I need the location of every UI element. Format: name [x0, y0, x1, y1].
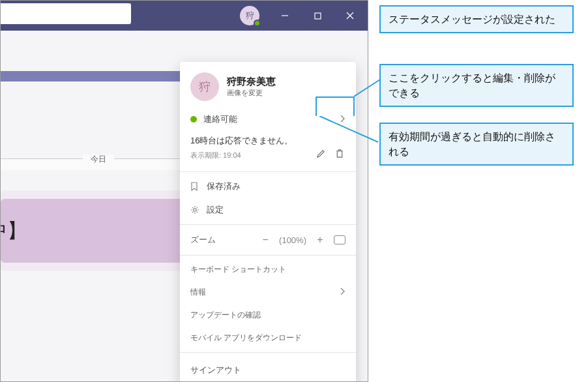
minimize-button[interactable] — [271, 6, 299, 25]
callout-3: 有効期間が過ぎると自動的に削除される — [379, 123, 574, 166]
shortcuts-label: キーボード ショートカット — [190, 264, 286, 275]
delete-status-button[interactable] — [335, 149, 344, 161]
settings-label: 設定 — [207, 204, 224, 216]
app-window: 狩 今日 日中】 狩 狩野奈美恵 画像を変更 — [0, 0, 368, 382]
shortcuts-menu-item[interactable]: キーボード ショートカット — [180, 258, 356, 281]
fullscreen-button[interactable] — [334, 235, 345, 244]
saved-label: 保存済み — [207, 181, 241, 192]
status-label: 連絡可能 — [203, 113, 237, 125]
search-input[interactable] — [0, 3, 131, 24]
svg-line-6 — [319, 116, 378, 142]
banner-text: 日中】 — [0, 218, 27, 244]
callout-2: ここをクリックすると編集・削除ができる — [379, 64, 574, 107]
profile-header: 狩 狩野奈美恵 画像を変更 — [180, 62, 356, 108]
svg-line-5 — [354, 80, 380, 96]
check-updates-menu-item[interactable]: アップデートの確認 — [180, 304, 356, 327]
separator — [180, 255, 356, 256]
zoom-value: (100%) — [279, 235, 306, 245]
app-content: 今日 日中】 狩 狩野奈美恵 画像を変更 連絡可能 16時台は応答 — [1, 31, 368, 382]
user-avatar-button[interactable]: 狩 — [240, 6, 259, 25]
svg-rect-1 — [315, 13, 321, 19]
titlebar: 狩 — [1, 1, 368, 31]
info-menu-item[interactable]: 情報 — [180, 281, 356, 304]
mobile-label: モバイル アプリをダウンロード — [190, 332, 302, 344]
updates-label: アップデートの確認 — [190, 310, 261, 321]
bookmark-icon — [190, 182, 200, 191]
header-strip — [1, 71, 196, 81]
saved-menu-item[interactable]: 保存済み — [180, 175, 356, 198]
maximize-button[interactable] — [304, 6, 331, 25]
separator — [180, 171, 356, 172]
profile-avatar-icon: 狩 — [190, 72, 219, 101]
profile-name: 狩野奈美恵 — [227, 76, 276, 88]
callout-1: ステータスメッセージが設定された — [379, 5, 574, 33]
download-mobile-menu-item[interactable]: モバイル アプリをダウンロード — [180, 327, 356, 349]
info-label: 情報 — [190, 287, 206, 298]
separator — [180, 352, 356, 353]
zoom-in-button[interactable]: + — [316, 234, 325, 246]
presence-indicator-icon — [254, 20, 261, 27]
svg-point-4 — [194, 209, 196, 211]
date-separator: 今日 — [1, 158, 196, 170]
edit-status-button[interactable] — [316, 149, 326, 161]
close-button[interactable] — [336, 6, 364, 25]
change-image-link[interactable]: 画像を変更 — [227, 88, 276, 98]
zoom-label: ズーム — [190, 234, 216, 246]
signout-menu-item[interactable]: サインアウト — [180, 355, 356, 382]
zoom-out-button[interactable]: − — [261, 234, 270, 246]
gear-icon — [190, 205, 200, 214]
chevron-right-icon — [340, 287, 345, 297]
zoom-row: ズーム − (100%) + — [180, 228, 356, 252]
settings-menu-item[interactable]: 設定 — [180, 198, 356, 222]
separator — [180, 224, 356, 225]
status-available-icon — [190, 116, 197, 123]
profile-popup: 狩 狩野奈美恵 画像を変更 連絡可能 16時台は応答できません。 表示期限: 1… — [180, 62, 356, 382]
channel-banner: 日中】 — [1, 199, 196, 263]
